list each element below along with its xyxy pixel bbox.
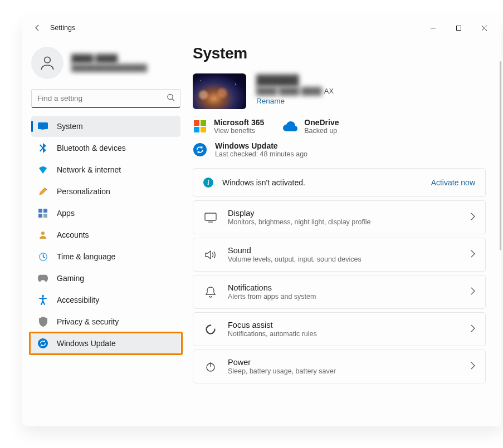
nav: System Bluetooth & devices Network & int… bbox=[31, 116, 180, 354]
sidebar-item-network[interactable]: Network & internet bbox=[31, 159, 180, 180]
update-title: Windows Update bbox=[215, 141, 307, 150]
sidebar: ████ ████ ████████████████ System Blueto… bbox=[22, 39, 189, 426]
sidebar-item-apps[interactable]: Apps bbox=[31, 203, 180, 224]
profile-name: ████ ████ bbox=[71, 54, 147, 63]
rename-link[interactable]: Rename bbox=[256, 97, 334, 105]
svg-rect-6 bbox=[41, 129, 45, 130]
setting-focus-assist[interactable]: Focus assist Notifications, automatic ru… bbox=[193, 312, 486, 346]
search-icon bbox=[167, 93, 175, 104]
svg-rect-15 bbox=[205, 213, 216, 220]
activation-notice[interactable]: i Windows isn't activated. Activate now bbox=[193, 168, 486, 197]
time-icon bbox=[38, 252, 48, 262]
ms365-title: Microsoft 365 bbox=[214, 118, 264, 127]
windows-update-card[interactable]: Windows Update Last checked: 48 minutes … bbox=[193, 141, 486, 158]
sidebar-item-label: Privacy & security bbox=[57, 317, 119, 326]
sidebar-item-label: Time & language bbox=[57, 252, 115, 261]
update-sub: Last checked: 48 minutes ago bbox=[215, 150, 307, 158]
sidebar-item-label: Apps bbox=[57, 209, 75, 218]
svg-point-14 bbox=[42, 295, 44, 297]
setting-power[interactable]: Power Sleep, battery usage, battery save… bbox=[193, 349, 486, 383]
page-title: System bbox=[193, 45, 486, 62]
settings-window: Settings ████ ████ ████████████████ bbox=[22, 17, 501, 426]
notice-text: Windows isn't activated. bbox=[222, 178, 305, 187]
device-model: ████ ████ ████ bbox=[256, 87, 322, 95]
svg-rect-10 bbox=[43, 214, 47, 218]
sidebar-item-accessibility[interactable]: Accessibility bbox=[31, 289, 180, 311]
gaming-icon bbox=[38, 273, 48, 283]
minimize-button[interactable] bbox=[420, 19, 446, 37]
focus-icon bbox=[203, 324, 218, 334]
setting-sub: Alerts from apps and system bbox=[228, 293, 461, 301]
sidebar-item-label: Network & internet bbox=[57, 165, 121, 174]
device-section: ██████ ████ ████ ████ AX Rename bbox=[193, 73, 486, 109]
bluetooth-icon bbox=[38, 143, 48, 153]
search-input[interactable] bbox=[31, 89, 180, 108]
profile-email: ████████████████ bbox=[71, 64, 147, 72]
onedrive-title: OneDrive bbox=[304, 118, 339, 127]
setting-sound[interactable]: Sound Volume levels, output, input, soun… bbox=[193, 238, 486, 272]
setting-title: Sound bbox=[228, 246, 461, 255]
sidebar-item-windows-update[interactable]: Windows Update bbox=[31, 333, 180, 354]
profile-card[interactable]: ████ ████ ████████████████ bbox=[31, 45, 180, 89]
chevron-right-icon bbox=[471, 250, 475, 260]
maximize-button[interactable] bbox=[446, 19, 471, 37]
ms365-sub: View benefits bbox=[214, 127, 264, 135]
device-model-suffix: AX bbox=[324, 87, 334, 95]
ms365-card[interactable]: Microsoft 365 View benefits bbox=[193, 118, 264, 135]
sidebar-item-gaming[interactable]: Gaming bbox=[31, 268, 180, 289]
svg-point-11 bbox=[41, 232, 45, 235]
onedrive-sub: Backed up bbox=[304, 127, 339, 135]
setting-title: Display bbox=[228, 209, 461, 218]
sidebar-item-system[interactable]: System bbox=[31, 116, 180, 137]
sidebar-item-label: Personalization bbox=[57, 187, 110, 196]
sidebar-item-privacy[interactable]: Privacy & security bbox=[31, 311, 180, 332]
setting-title: Notifications bbox=[228, 283, 461, 292]
svg-rect-1 bbox=[456, 26, 461, 30]
ms365-icon bbox=[193, 119, 207, 134]
notifications-icon bbox=[203, 287, 218, 298]
setting-sub: Volume levels, output, input, sound devi… bbox=[228, 255, 461, 263]
svg-rect-8 bbox=[43, 209, 47, 213]
setting-notifications[interactable]: Notifications Alerts from apps and syste… bbox=[193, 275, 486, 309]
sidebar-item-bluetooth[interactable]: Bluetooth & devices bbox=[31, 137, 180, 159]
setting-title: Power bbox=[228, 358, 461, 367]
svg-point-3 bbox=[168, 94, 173, 99]
sidebar-item-label: Windows Update bbox=[57, 339, 116, 348]
svg-rect-5 bbox=[38, 122, 48, 129]
setting-sub: Monitors, brightness, night light, displ… bbox=[228, 218, 461, 226]
sound-icon bbox=[203, 250, 218, 260]
setting-sub: Notifications, automatic rules bbox=[228, 330, 461, 338]
setting-sub: Sleep, battery usage, battery saver bbox=[228, 367, 461, 375]
apps-icon bbox=[38, 208, 48, 218]
svg-rect-9 bbox=[38, 214, 42, 218]
chevron-right-icon bbox=[471, 324, 475, 334]
personalize-icon bbox=[38, 186, 48, 196]
sidebar-item-label: Accounts bbox=[57, 230, 89, 239]
close-button[interactable] bbox=[471, 19, 497, 37]
accessibility-icon bbox=[38, 295, 48, 305]
sidebar-item-accounts[interactable]: Accounts bbox=[31, 224, 180, 245]
onedrive-card[interactable]: OneDrive Backed up bbox=[283, 118, 339, 135]
main-content: System ██████ ████ ████ ████ AX Rename M… bbox=[189, 39, 501, 426]
activate-link[interactable]: Activate now bbox=[431, 178, 475, 187]
app-title: Settings bbox=[50, 24, 75, 32]
device-thumbnail[interactable] bbox=[193, 73, 246, 109]
sidebar-item-label: System bbox=[57, 122, 83, 131]
privacy-icon bbox=[38, 317, 48, 327]
network-icon bbox=[38, 165, 48, 175]
display-icon bbox=[203, 213, 218, 223]
sidebar-item-personalization[interactable]: Personalization bbox=[31, 181, 180, 202]
svg-line-4 bbox=[172, 99, 174, 101]
chevron-right-icon bbox=[471, 213, 475, 223]
sidebar-item-label: Bluetooth & devices bbox=[57, 144, 126, 152]
accounts-icon bbox=[38, 230, 48, 240]
onedrive-icon bbox=[283, 119, 297, 134]
svg-point-2 bbox=[45, 57, 51, 63]
power-icon bbox=[203, 362, 218, 372]
sidebar-item-time[interactable]: Time & language bbox=[31, 246, 180, 267]
chevron-right-icon bbox=[471, 362, 475, 372]
avatar bbox=[31, 47, 64, 79]
setting-display[interactable]: Display Monitors, brightness, night ligh… bbox=[193, 200, 486, 234]
back-button[interactable] bbox=[32, 23, 42, 33]
sidebar-item-label: Gaming bbox=[57, 274, 84, 283]
